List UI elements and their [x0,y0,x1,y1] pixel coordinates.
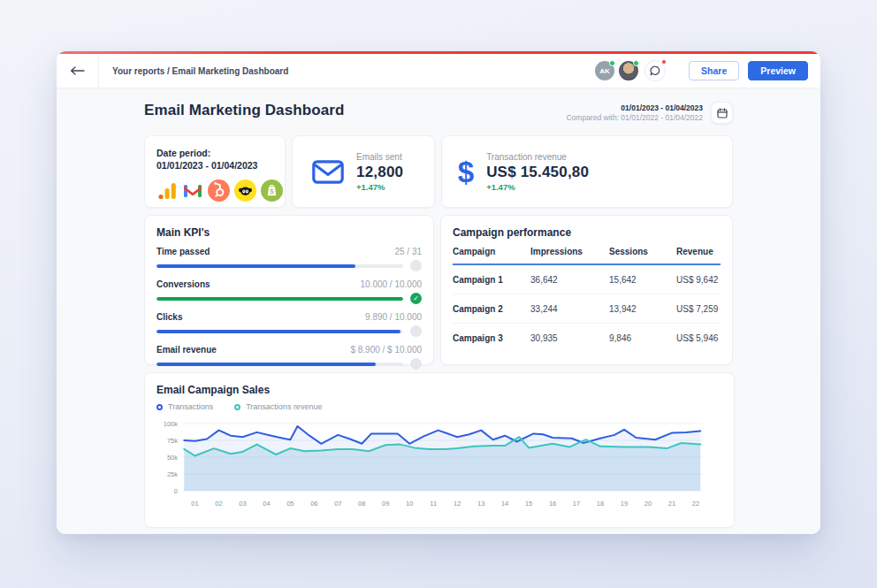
table-cell: US$ 7,259 [676,304,721,314]
table-cell: US$ 9,642 [676,275,721,285]
x-axis-tick-label: 01 [191,500,198,508]
preview-button[interactable]: Preview [748,61,808,80]
calendar-icon [717,108,728,118]
hubspot-icon[interactable] [208,179,230,202]
emails-sent-delta: +1.47% [356,182,403,192]
emails-sent-value: 12,800 [356,164,403,181]
integrations-row: S [156,179,273,202]
shopify-icon[interactable]: S [261,179,283,202]
y-axis-tick-label: 75k [167,437,178,445]
campaign-name-cell: Campaign 3 [453,333,530,343]
kpi-value: 9.890 / 10.000 [365,312,422,322]
kpi-progress-fill [156,330,400,333]
date-compared-value: Compared with: 01/01/2022 - 01/04/2022 [566,113,703,122]
emails-sent-label: Emails sent [356,152,403,162]
kpi-status-check-icon: ✓ [410,293,422,304]
kpi-label: Conversions [156,279,210,289]
table-cell: 33,244 [530,304,609,314]
top-bar: Your reports / Email Marketing Dashboard… [57,54,820,88]
y-axis-tick-label: 50k [167,454,178,462]
date-period-label: Date period: [156,147,273,159]
x-axis-tick-label: 08 [358,500,365,508]
google-analytics-icon[interactable] [156,179,178,202]
campaign-name-cell: Campaign 2 [453,304,530,314]
kpi-status-icon [410,325,422,337]
x-axis-tick-label: 11 [430,500,437,508]
legend-item[interactable]: Transactions [156,402,213,411]
table-row: Campaign 136,64215,642US$ 9,642 [453,265,721,294]
table-cell: 13,942 [609,304,676,314]
kpi-item: Email revenue$ 8.900 / $ 10.000 [156,345,422,370]
dashboard-header: Email Marketing Dashboard 01/01/2023 - 0… [144,102,733,124]
x-axis-tick-label: 06 [310,500,317,508]
back-button[interactable] [57,54,99,88]
kpi-list: Time passed25 / 31Conversions10.000 / 10… [156,247,422,370]
emails-sent-text: Emails sent 12,800 +1.47% [356,152,403,192]
x-axis-tick-label: 14 [501,500,508,508]
kpi-progress-fill [156,264,355,268]
middle-row: Main KPI's Time passed25 / 31Conversions… [144,215,733,365]
chart-title: Email Campaign Sales [156,384,722,396]
x-axis-tick-label: 15 [525,500,532,508]
kpi-value: 25 / 31 [394,247,422,256]
campaign-table-header: CampaignImpressionsSessionsRevenue [453,247,721,265]
campaign-table-body: Campaign 136,64215,642US$ 9,642Campaign … [453,265,721,352]
kpi-progress-track [156,330,403,333]
kpi-item: Clicks9.890 / 10.000 [156,312,422,337]
campaign-table: CampaignImpressionsSessionsRevenue Campa… [453,247,721,352]
x-axis-tick-label: 19 [621,500,628,508]
table-cell: US$ 5,946 [676,333,721,343]
y-axis-tick-label: 100k [164,420,179,428]
kpi-item: Time passed25 / 31 [156,247,422,271]
legend-label: Transactions [168,402,213,411]
x-axis-tick-label: 21 [668,500,675,508]
y-axis-tick-label: 0 [174,487,178,495]
kpi-status-icon [410,358,422,370]
kpi-progress-fill [156,297,403,301]
x-axis-tick-label: 12 [454,500,461,508]
table-cell: 36,642 [530,275,609,285]
emails-sent-card: Emails sent 12,800 +1.47% [292,135,435,208]
envelope-icon [312,160,344,184]
legend-item[interactable]: Transactions revenue [234,402,322,411]
kpi-label: Time passed [156,247,210,256]
date-period-value: 01/01/2023 - 01/04/2023 [156,159,273,172]
x-axis-tick-label: 22 [692,500,699,508]
campaign-performance-card: Campaign performance CampaignImpressions… [440,215,733,365]
sales-chart: 100k75k50k25k001020304050607080910111213… [156,418,722,510]
x-axis-tick-label: 07 [334,500,341,508]
campaign-name-cell: Campaign 1 [453,275,530,285]
x-axis-tick-label: 10 [406,500,413,508]
kpi-label: Clicks [156,312,182,322]
table-column-header: Campaign [453,247,530,256]
email-campaign-sales-card: Email Campaign Sales TransactionsTransac… [144,372,735,528]
legend-marker-icon [234,404,240,410]
notification-dot [661,59,667,65]
table-row: Campaign 330,9359,846US$ 5,946 [453,324,721,352]
share-button[interactable]: Share [689,61,739,80]
kpi-status-icon [410,260,422,271]
table-cell: 15,642 [609,275,676,285]
table-column-header: Sessions [609,247,676,256]
comments-button[interactable] [644,60,666,81]
legend-label: Transactions revenue [246,402,322,411]
x-axis-tick-label: 09 [382,500,389,508]
avatar-initials: AK [599,67,610,75]
mailchimp-icon[interactable] [234,179,256,202]
page-title: Email Marketing Dashboard [144,102,344,119]
topbar-actions: AK Share Preview [591,60,820,81]
date-picker-button[interactable] [711,102,733,124]
kpi-progress-track [156,297,403,301]
avatar-ak[interactable]: AK [595,61,614,80]
transaction-revenue-delta: +1.47% [486,182,589,192]
kpi-value: $ 8.900 / $ 10.000 [350,345,422,355]
avatar-photo[interactable] [619,61,638,80]
x-axis-tick-label: 17 [573,500,580,508]
svg-text:S: S [270,188,274,195]
chart-legend: TransactionsTransactions revenue [156,402,722,411]
gmail-icon[interactable] [182,179,203,202]
table-row: Campaign 233,24413,942US$ 7,259 [453,294,721,324]
x-axis-tick-label: 04 [263,500,270,508]
date-period-card: Date period: 01/01/2023 - 01/04/2023 S [144,135,286,208]
online-status-dot [609,60,615,66]
